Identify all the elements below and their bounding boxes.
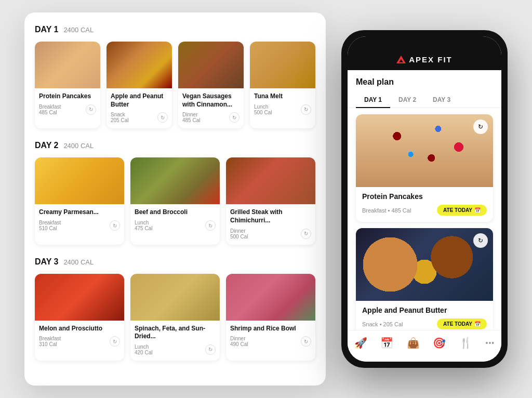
meal-name-tuna: Tuna Melt <box>254 92 311 101</box>
meal-card-spinach[interactable]: Spinach, Feta, and Sun-Dried... Lunch 42… <box>130 274 220 361</box>
nav-more[interactable]: ••• <box>481 337 500 349</box>
meal-card-beef[interactable]: Beef and Broccoli Lunch 475 Cal ↻ <box>130 157 220 244</box>
bag-icon: 👜 <box>407 337 420 349</box>
meal-image-tuna <box>250 42 315 88</box>
meal-cal-spinach: 420 Cal <box>135 350 152 355</box>
meal-image-pancakes <box>35 42 100 88</box>
calendar-icon-pancakes: 📅 <box>474 207 481 213</box>
nav-bag[interactable]: 👜 <box>402 335 425 351</box>
day2-label: DAY 2 <box>35 141 58 150</box>
meal-image-spinach <box>130 274 220 321</box>
day2-meal-grid: Creamy Parmesan... Breakfast 510 Cal ↻ <box>35 157 315 244</box>
phone-meal-body-pancakes: Protein Pancakes Breakfast • 485 Cal ATE… <box>356 187 493 222</box>
meal-card-apple[interactable]: Apple and Peanut Butter Snack 205 Cal ↻ <box>107 42 172 128</box>
meal-cal-melon: 310 Cal <box>39 341 61 347</box>
phone-screen: APEX FIT Meal plan DAY 1 DAY 2 DAY 3 <box>348 36 501 362</box>
meal-image-melon <box>35 274 124 321</box>
refresh-button-melon[interactable]: ↻ <box>110 336 120 347</box>
refresh-button-tuna[interactable]: ↻ <box>301 104 311 115</box>
refresh-button-steak[interactable]: ↻ <box>301 229 311 239</box>
refresh-button-beef[interactable]: ↻ <box>205 220 216 231</box>
phone-notch <box>398 30 450 44</box>
phone-day-tabs: DAY 1 DAY 2 DAY 3 <box>348 92 501 108</box>
phone-meal-title: Meal plan <box>356 77 493 87</box>
meal-cal-apple: 205 Cal <box>111 117 128 123</box>
meal-type-vegan: Dinner <box>182 112 200 117</box>
phone-meal-img-apple: ↻ <box>356 228 493 301</box>
phone-meal-pancakes[interactable]: ↻ Protein Pancakes Breakfast • 485 Cal A… <box>356 114 493 222</box>
ate-today-button-apple[interactable]: ATE TODAY 📅 <box>437 319 487 329</box>
ate-today-label-apple: ATE TODAY <box>443 321 472 327</box>
meal-type-pancakes: Breakfast <box>39 104 61 110</box>
meal-image-shrimp <box>226 274 315 321</box>
meal-name-steak: Grilled Steak with Chimichurri... <box>230 208 311 224</box>
meal-card-parmesan[interactable]: Creamy Parmesan... Breakfast 510 Cal ↻ <box>35 157 124 244</box>
refresh-button-spinach[interactable]: ↻ <box>205 344 216 355</box>
ate-today-button-pancakes[interactable]: ATE TODAY 📅 <box>437 205 487 216</box>
meal-cal-pancakes: 485 Cal <box>39 110 61 115</box>
phone-meal-meta-apple: Snack • 205 Cal <box>362 321 403 327</box>
nav-target[interactable]: 🎯 <box>428 335 451 351</box>
nav-meals[interactable]: 🍴 <box>454 335 477 351</box>
meal-name-parmesan: Creamy Parmesan... <box>39 208 120 217</box>
tab-day1[interactable]: DAY 1 <box>356 92 390 108</box>
meal-type-steak: Dinner <box>230 228 248 234</box>
meal-name-pancakes: Protein Pancakes <box>39 92 96 101</box>
pancakes-bg <box>356 114 493 187</box>
app-name: APEX FIT <box>409 55 453 64</box>
phone-meal-name-apple: Apple and Peanut Butter <box>362 306 487 314</box>
scene: DAY 1 2400 CAL Protein Pancakes Breakfas… <box>24 12 508 386</box>
day1-section: DAY 1 2400 CAL Protein Pancakes Breakfas… <box>35 25 315 128</box>
meal-type-parmesan: Breakfast <box>39 220 61 225</box>
meal-type-spinach: Lunch <box>135 344 152 350</box>
refresh-button-apple[interactable]: ↻ <box>157 112 168 123</box>
meal-image-steak <box>226 157 315 204</box>
phone-nav: 🚀 📅 👜 🎯 🍴 ••• <box>348 330 501 362</box>
meal-cal-parmesan: 510 Cal <box>39 225 61 231</box>
phone-meal-img-pancakes: ↻ <box>356 114 493 187</box>
apex-logo: APEX FIT <box>396 55 453 64</box>
phone-wrapper: APEX FIT Meal plan DAY 1 DAY 2 DAY 3 <box>341 30 508 368</box>
meal-card-shrimp[interactable]: Shrimp and Rice Bowl Dinner 490 Cal ↻ <box>226 274 315 361</box>
phone-refresh-apple[interactable]: ↻ <box>473 233 488 248</box>
refresh-button-shrimp[interactable]: ↻ <box>301 336 311 347</box>
meal-card-vegan[interactable]: Vegan Sausages with Cinnamon... Dinner 4… <box>178 42 244 128</box>
phone-refresh-pancakes[interactable]: ↻ <box>473 120 488 134</box>
tab-day2[interactable]: DAY 2 <box>390 92 424 108</box>
meal-type-melon: Breakfast <box>39 336 61 341</box>
refresh-button-vegan[interactable]: ↻ <box>229 112 240 123</box>
day1-label: DAY 1 <box>35 25 58 34</box>
phone-meal-apple[interactable]: ↻ Apple and Peanut Butter Snack • 205 Ca… <box>356 228 493 330</box>
meal-image-beef <box>130 157 220 204</box>
apple-bg <box>356 228 493 301</box>
meal-card-tuna[interactable]: Tuna Melt Lunch 500 Cal ↻ <box>250 42 315 128</box>
meal-card-melon[interactable]: Melon and Prosciutto Breakfast 310 Cal ↻ <box>35 274 124 361</box>
meal-image-apple <box>107 42 172 88</box>
phone-meal-name-pancakes: Protein Pancakes <box>362 192 487 201</box>
calendar-icon-apple: 📅 <box>474 321 481 327</box>
target-icon: 🎯 <box>433 337 446 349</box>
refresh-button-parmesan[interactable]: ↻ <box>110 220 120 231</box>
day3-cal: 2400 CAL <box>63 258 94 266</box>
phone-meal-meta-pancakes: Breakfast • 485 Cal <box>362 207 411 214</box>
refresh-button-pancakes[interactable]: ↻ <box>86 104 96 115</box>
meal-type-beef: Lunch <box>135 220 152 225</box>
day1-header: DAY 1 2400 CAL <box>35 25 315 34</box>
more-icon: ••• <box>486 339 495 347</box>
phone-content[interactable]: Meal plan DAY 1 DAY 2 DAY 3 ↻ <box>348 70 501 330</box>
day1-meal-grid: Protein Pancakes Breakfast 485 Cal ↻ <box>35 42 315 128</box>
meal-cal-shrimp: 490 Cal <box>230 341 248 347</box>
phone-meal-body-apple: Apple and Peanut Butter Snack • 205 Cal … <box>356 301 493 330</box>
nav-explore[interactable]: 🚀 <box>349 335 373 351</box>
meal-card-pancakes[interactable]: Protein Pancakes Breakfast 485 Cal ↻ <box>35 42 100 128</box>
tab-day3[interactable]: DAY 3 <box>424 92 459 108</box>
meal-cal-steak: 500 Cal <box>230 234 248 240</box>
meal-cal-vegan: 485 Cal <box>182 117 200 123</box>
meal-cal-tuna: 500 Cal <box>254 110 272 115</box>
nav-calendar[interactable]: 📅 <box>375 335 398 351</box>
meal-card-steak[interactable]: Grilled Steak with Chimichurri... Dinner… <box>226 157 315 244</box>
apex-triangle-icon <box>396 56 406 63</box>
phone-meal-header: Meal plan <box>348 70 501 87</box>
meal-name-melon: Melon and Prosciutto <box>39 325 120 333</box>
fork-knife-icon: 🍴 <box>459 337 472 349</box>
